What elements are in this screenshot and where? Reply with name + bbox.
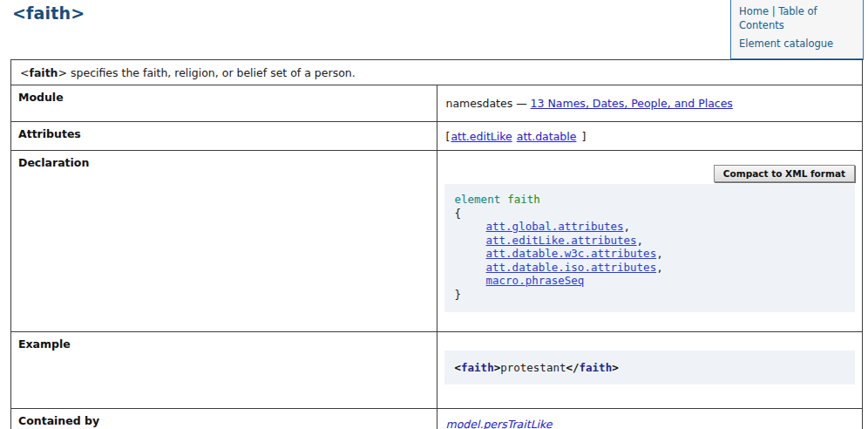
module-name-text: namesdates — [446, 97, 531, 110]
attributes-row: Attributes [att.editLikeatt.datable] [11, 122, 863, 151]
row-header-contained-by: Contained by [11, 409, 437, 429]
example-row: Example <faith>protestant</faith> [11, 332, 863, 409]
link-macro-phraseseq[interactable]: macro.phraseSeq [486, 274, 585, 287]
nav-link-element-catalogue[interactable]: Element catalogue [739, 37, 833, 50]
link-model-perstraitlike[interactable]: model.persTraitLike [446, 418, 553, 429]
contained-by-row: Contained by model.persTraitLike [11, 409, 863, 429]
comma: , [624, 220, 631, 233]
example-end-tag-open: </ [566, 361, 579, 374]
module-row: Module namesdates — 13 Names, Dates, Peo… [11, 85, 863, 122]
example-end-tag-name: faith [580, 361, 613, 374]
comma: , [656, 261, 663, 274]
element-spec-table: <faith> specifies the faith, religion, o… [10, 59, 863, 429]
row-header-attributes: Attributes [11, 122, 437, 151]
declaration-element-name: faith [507, 193, 540, 206]
declaration-line-element: elementfaith [455, 193, 845, 207]
description-text: specifies the faith, religion, or belief… [67, 66, 356, 79]
module-chapter-link[interactable]: 13 Names, Dates, People, and Places [531, 97, 733, 110]
nav-link-home[interactable]: Home [739, 5, 769, 17]
declaration-line: att.datable.w3c.attributes, [455, 247, 845, 261]
attributes-close-bracket: ] [581, 130, 586, 143]
page-title: <faith> [12, 3, 85, 23]
description-tag-name: faith [29, 66, 58, 79]
declaration-toolbar: Compact to XML format [444, 165, 856, 182]
declaration-code-block: elementfaith { att.global.attributes, at… [444, 184, 856, 312]
attributes-open-bracket: [ [446, 130, 451, 143]
declaration-open-brace: { [455, 207, 845, 221]
contained-by-cell: model.persTraitLike [437, 409, 863, 429]
example-code-block: <faith>protestant</faith> [444, 351, 856, 385]
description-cell: <faith> specifies the faith, religion, o… [11, 60, 863, 85]
declaration-line: att.global.attributes, [455, 220, 845, 234]
nav-separator: | [772, 5, 776, 17]
link-att-editlike-attributes[interactable]: att.editLike.attributes [486, 234, 637, 247]
declaration-line: att.editLike.attributes, [455, 234, 845, 248]
description-tag-open-bracket: < [20, 66, 29, 79]
row-header-module: Module [11, 85, 437, 122]
declaration-line: macro.phraseSeq [455, 274, 845, 288]
declaration-row: Declaration Compact to XML format elemen… [11, 151, 863, 332]
declaration-line: att.datable.iso.attributes, [455, 261, 845, 275]
declaration-close-brace: } [455, 288, 845, 302]
compact-to-xml-button[interactable]: Compact to XML format [714, 165, 855, 182]
comma: , [656, 247, 663, 260]
link-att-datable-iso-attributes[interactable]: att.datable.iso.attributes [486, 261, 657, 274]
link-att-datable-w3c-attributes[interactable]: att.datable.w3c.attributes [486, 247, 657, 260]
description-tag-close-bracket: > [58, 66, 67, 79]
link-att-datable[interactable]: att.datable [517, 130, 577, 143]
attributes-cell: [att.editLikeatt.datable] [437, 122, 863, 151]
declaration-keyword: element [455, 193, 501, 206]
description-row: <faith> specifies the faith, religion, o… [11, 60, 863, 85]
nav-line-home-toc: Home | Table of Contents [739, 5, 856, 32]
example-cell: <faith>protestant</faith> [437, 332, 863, 409]
link-att-global-attributes[interactable]: att.global.attributes [486, 220, 624, 233]
comma: , [637, 234, 644, 247]
example-tag-name: faith [461, 361, 494, 374]
example-content-text: protestant [500, 361, 566, 374]
example-open-bracket: < [455, 361, 462, 374]
row-header-declaration: Declaration [11, 151, 437, 332]
row-header-example: Example [11, 332, 437, 409]
nav-line-catalogue: Element catalogue [739, 37, 856, 51]
example-end-tag-close: > [612, 361, 619, 374]
link-att-editlike[interactable]: att.editLike [451, 130, 512, 143]
top-nav-box: Home | Table of Contents Element catalog… [730, 0, 864, 60]
declaration-cell: Compact to XML format elementfaith { att… [437, 151, 863, 332]
module-cell: namesdates — 13 Names, Dates, People, an… [437, 85, 863, 122]
